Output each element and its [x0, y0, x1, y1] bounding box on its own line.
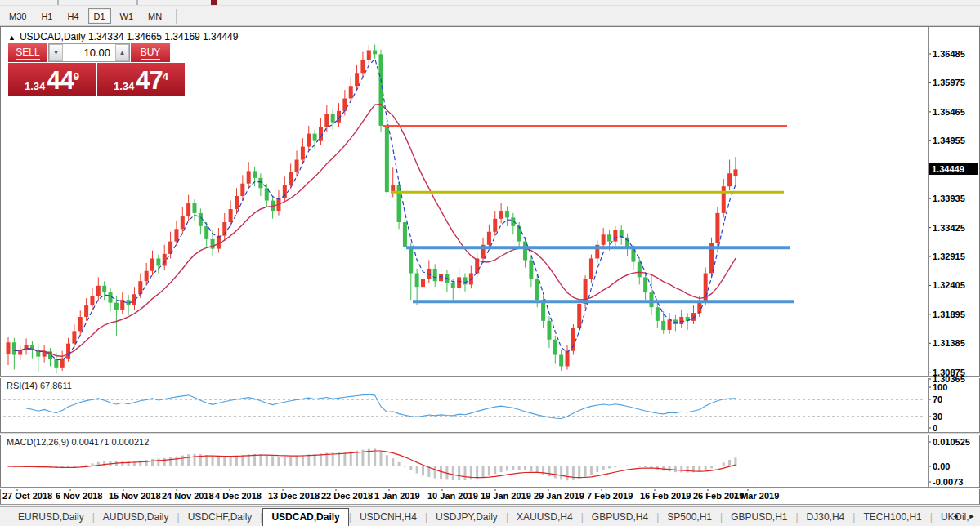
price-axis-tick: 1.35975 — [933, 78, 965, 87]
symbol-ohlc-text: USDCAD,Daily 1.34334 1.34665 1.34169 1.3… — [20, 31, 239, 42]
indicator-axis-tick: 0.00 — [933, 461, 950, 471]
sell-price-tile[interactable]: 1.34449 — [8, 63, 96, 96]
volume-decrease-button[interactable]: ▼ — [49, 44, 63, 61]
price-axis-tick: 1.31385 — [933, 338, 965, 348]
date-axis-label: 19 Jan 2019 — [481, 491, 531, 501]
indicator-axis-tick: 0.010525 — [933, 437, 970, 447]
price-axis-tick: 1.36485 — [933, 49, 965, 59]
date-axis-label: 15 Nov 2018 — [109, 491, 161, 501]
buy-button[interactable]: BUY — [131, 43, 170, 62]
indicator-axis-tick: 30 — [933, 412, 942, 421]
indicator-axis-tick: 0 — [933, 423, 937, 433]
buy-price-pips: 47 — [136, 69, 162, 92]
spin-up-icon: ▲ — [119, 49, 126, 56]
date-axis-label: 24 Nov 2018 — [162, 491, 214, 501]
date-axis-divider — [0, 487, 980, 489]
buy-price-prefix: 1.34 — [114, 80, 134, 92]
price-axis-separator — [928, 27, 929, 488]
price-axis-tick: 1.31895 — [933, 310, 965, 319]
macd-indicator-label: MACD(12,26,9) 0.004171 0.000212 — [7, 437, 149, 447]
timeframe-button-d1[interactable]: D1 — [88, 8, 111, 24]
timeframe-button-mn[interactable]: MN — [142, 8, 168, 24]
timeframe-button-h1[interactable]: H1 — [35, 8, 58, 24]
date-axis-label: 1 Jan 2019 — [374, 491, 420, 501]
sell-price-pips: 44 — [47, 69, 73, 92]
date-axis-label: 27 Oct 2018 — [2, 491, 52, 501]
toolbar-separator — [136, 0, 138, 5]
volume-input[interactable] — [63, 44, 115, 61]
volume-increase-button[interactable]: ▲ — [115, 44, 129, 61]
date-axis-label: 6 Nov 2018 — [56, 491, 102, 501]
buy-price-point: 4 — [163, 73, 168, 81]
tab-scroll-right-icon[interactable]: ► — [966, 510, 978, 522]
chart-tab-gbpusd-h4[interactable]: GBPUSD,H4 — [584, 508, 656, 526]
collapse-arrow-icon[interactable]: ▲ — [8, 33, 16, 42]
chart-tab-audusd-daily[interactable]: AUDUSD,Daily — [95, 508, 177, 526]
sell-button[interactable]: SELL — [8, 43, 47, 62]
one-click-trading-panel: SELL ▼ ▲ BUY 1.34449 1.34474 — [8, 43, 185, 96]
price-axis-tick: 1.35465 — [933, 107, 965, 117]
rsi-indicator-label: RSI(14) 67.8611 — [7, 381, 72, 390]
chart-tab-eurusd-daily[interactable]: EURUSD,Daily — [10, 508, 92, 526]
trading-terminal-window: M30H1H4D1W1MN ▲USDCAD,Daily 1.34334 1.34… — [0, 0, 980, 526]
buy-price-tile[interactable]: 1.34474 — [97, 63, 185, 96]
timeframe-button-h4[interactable]: H4 — [61, 8, 84, 24]
chart-tab-xauusd-h4[interactable]: XAUUSD,H4 — [508, 508, 581, 526]
price-axis-tick: 1.34955 — [933, 136, 965, 145]
timeframe-button-m30[interactable]: M30 — [3, 8, 32, 24]
price-axis-tick: 1.33425 — [933, 223, 965, 233]
toolbar-separator — [176, 9, 177, 24]
chart-tab-sp500-h1[interactable]: SP500,H1 — [659, 508, 720, 526]
chart-tab-usdjpy-daily[interactable]: USDJPY,Daily — [427, 508, 506, 526]
indicator-axis-tick: 100 — [933, 382, 947, 392]
chart-tab-gbpusd-h1[interactable]: GBPUSD,H1 — [723, 508, 795, 526]
date-axis-label: 4 Dec 2018 — [215, 491, 262, 501]
chart-tab-usdcnh-h4[interactable]: USDCNH,H4 — [351, 508, 425, 526]
indicator-axis-tick: 70 — [933, 394, 942, 404]
price-axis-tick: 1.32405 — [933, 280, 965, 290]
sell-price-point: 9 — [74, 73, 79, 81]
toolbar-separator — [57, 0, 59, 5]
chart-tab-tech100-h1[interactable]: TECH100,H1 — [855, 508, 929, 526]
current-price-badge: 1.34449 — [929, 163, 978, 175]
date-axis-label: 29 Jan 2019 — [534, 491, 584, 501]
price-axis-tick: 1.32915 — [933, 252, 965, 261]
chart-symbol-header: ▲USDCAD,Daily 1.34334 1.34665 1.34169 1.… — [8, 31, 238, 42]
price-axis-tick: 1.33935 — [933, 194, 965, 203]
top-toolbar-edge — [0, 0, 980, 6]
chart-tab-bar: EURUSD,Daily|AUDUSD,Daily|USDCHF,Daily|U… — [0, 506, 980, 526]
macd-panel-divider[interactable] — [0, 432, 980, 435]
tab-scroll-left-icon[interactable]: ◄ — [950, 510, 961, 522]
timeframe-button-w1[interactable]: W1 — [114, 8, 140, 24]
volume-stepper: ▼ ▲ — [48, 43, 130, 62]
spin-down-icon: ▼ — [53, 49, 60, 56]
toolbar-icon-fragment — [211, 0, 217, 5]
date-axis-label: 13 Dec 2018 — [268, 491, 320, 501]
chart-tab-usdchf-daily[interactable]: USDCHF,Daily — [180, 508, 261, 526]
sell-price-prefix: 1.34 — [25, 80, 45, 92]
timeframe-toolbar: M30H1H4D1W1MN — [0, 7, 980, 26]
date-axis-label: 22 Dec 2018 — [321, 491, 373, 501]
chart-tab-usdcad-daily[interactable]: USDCAD,Daily — [262, 508, 348, 526]
date-axis-label: 7 Feb 2019 — [587, 491, 633, 501]
rsi-panel-divider[interactable] — [0, 376, 980, 378]
date-axis-label: 10 Jan 2019 — [427, 491, 478, 501]
date-axis-label: 7 Mar 2019 — [733, 491, 779, 501]
date-axis-label: 16 Feb 2019 — [640, 491, 691, 501]
indicator-axis-tick: -0.0073 — [933, 477, 963, 487]
chart-tab-dj30-h4[interactable]: DJ30,H4 — [799, 508, 853, 526]
